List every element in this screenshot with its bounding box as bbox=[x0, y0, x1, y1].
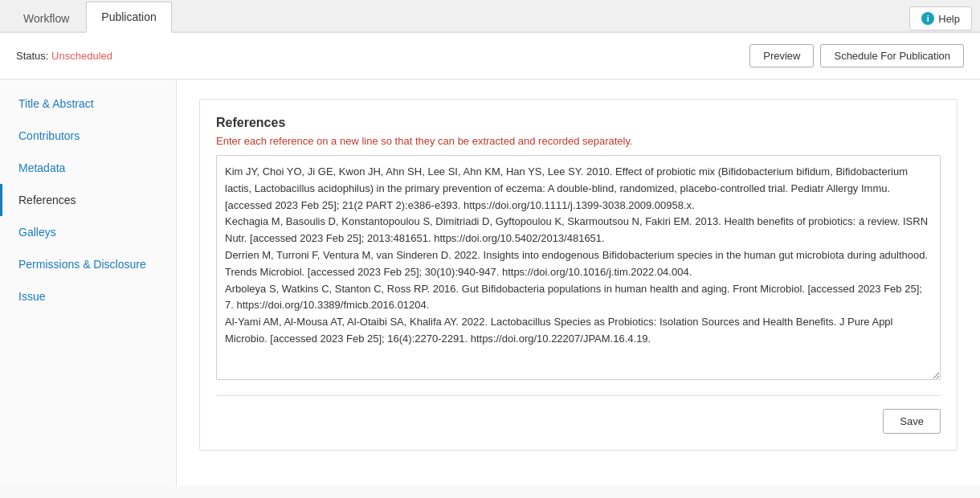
tab-publication[interactable]: Publication bbox=[86, 2, 172, 33]
save-button[interactable]: Save bbox=[883, 409, 941, 434]
status-actions: Preview Schedule For Publication bbox=[749, 44, 964, 67]
status-value: Unscheduled bbox=[51, 50, 112, 62]
sidebar-item-references[interactable]: References bbox=[0, 184, 176, 216]
status-bar: Status: Unscheduled Preview Schedule For… bbox=[0, 33, 980, 80]
help-label: Help bbox=[938, 13, 960, 25]
references-hint: Enter each reference on a new line so th… bbox=[216, 135, 941, 147]
preview-button[interactable]: Preview bbox=[749, 44, 814, 67]
main-content: References Enter each reference on a new… bbox=[177, 80, 980, 486]
sidebar-item-galleys[interactable]: Galleys bbox=[0, 216, 176, 248]
schedule-button[interactable]: Schedule For Publication bbox=[820, 44, 964, 67]
tab-workflow[interactable]: Workflow bbox=[8, 3, 84, 33]
status-section: Status: Unscheduled bbox=[16, 50, 112, 62]
sidebar: Title & Abstract Contributors Metadata R… bbox=[0, 80, 177, 486]
sidebar-item-contributors[interactable]: Contributors bbox=[0, 120, 176, 152]
status-label: Status: bbox=[16, 50, 48, 62]
save-row: Save bbox=[216, 395, 941, 434]
top-tab-bar: Workflow Publication i Help bbox=[0, 0, 980, 33]
sidebar-item-issue[interactable]: Issue bbox=[0, 280, 176, 312]
help-button[interactable]: i Help bbox=[909, 6, 972, 31]
sidebar-item-metadata[interactable]: Metadata bbox=[0, 152, 176, 184]
sidebar-item-permissions-disclosure[interactable]: Permissions & Disclosure bbox=[0, 248, 176, 280]
help-icon: i bbox=[921, 12, 934, 25]
references-section: References Enter each reference on a new… bbox=[199, 99, 958, 451]
main-layout: Title & Abstract Contributors Metadata R… bbox=[0, 80, 980, 486]
references-textarea[interactable] bbox=[216, 155, 941, 380]
references-title: References bbox=[216, 116, 941, 130]
sidebar-item-title-abstract[interactable]: Title & Abstract bbox=[0, 88, 176, 120]
